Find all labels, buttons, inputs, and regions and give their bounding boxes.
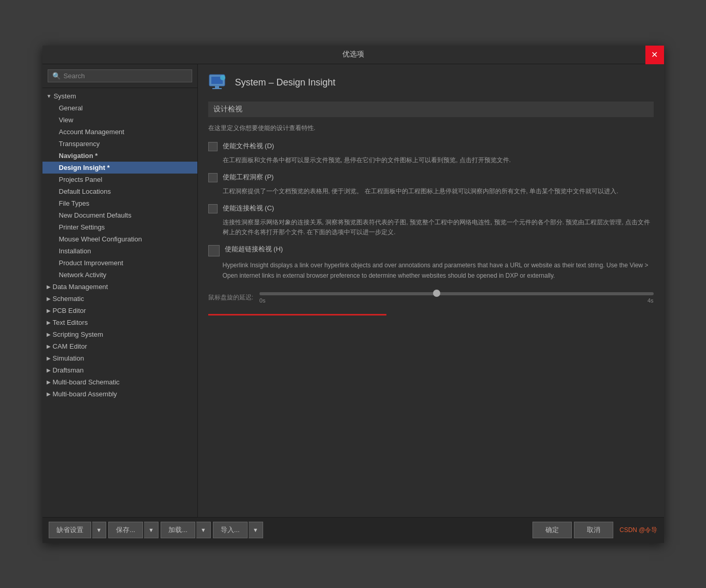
option-hyperlink-insight-checkbox[interactable] bbox=[208, 245, 220, 256]
option-file-preview-desc: 在工程面板和文件条中都可以显示文件预览, 悬停在它们中的文件图标上可以看到预览,… bbox=[223, 155, 654, 165]
sidebar-item-label: Network Activity bbox=[59, 271, 107, 279]
option-hyperlink-insight-label: 使能超链接检视 (H) bbox=[225, 245, 283, 254]
option-connection-insight-checkbox[interactable] bbox=[208, 204, 218, 213]
default-arrow-button[interactable]: ▼ bbox=[92, 522, 107, 538]
sidebar-item-network-activity[interactable]: Network Activity bbox=[42, 269, 197, 281]
sidebar-item-label: Data Management bbox=[53, 283, 108, 291]
sidebar-item-label: File Types bbox=[59, 199, 90, 207]
search-box: 🔍 bbox=[42, 64, 197, 88]
sidebar-item-cam-editor[interactable]: CAM Editor bbox=[42, 340, 197, 352]
bottom-bar: 缺省设置 ▼ 保存... ▼ 加载... ▼ 导入... ▼ 确定 取消 CSD… bbox=[42, 517, 664, 543]
slider-max-label: 4s bbox=[647, 297, 654, 304]
svg-rect-4 bbox=[212, 88, 222, 89]
sidebar-item-system[interactable]: System bbox=[42, 90, 197, 102]
content-area: 🔍 System General View Account Management bbox=[42, 64, 664, 517]
option-project-insight-desc: 工程洞察提供了一个文档预览的表格用, 便于浏览。 在工程面板中的工程图标上悬停就… bbox=[223, 187, 654, 196]
sidebar-item-multi-board-schematic[interactable]: Multi-board Schematic bbox=[42, 376, 197, 388]
option-project-insight-checkbox[interactable] bbox=[208, 173, 218, 182]
system-expand-icon bbox=[47, 93, 52, 99]
page-header: System – Design Insight bbox=[208, 73, 654, 93]
option-project-insight-label: 使能工程洞察 (P) bbox=[223, 173, 274, 182]
sidebar-item-installation[interactable]: Installation bbox=[42, 245, 197, 257]
sidebar-item-pcb-editor[interactable]: PCB Editor bbox=[42, 305, 197, 317]
simulation-expand-icon bbox=[47, 355, 51, 361]
csdn-logo: CSDN @令导 bbox=[619, 526, 658, 535]
save-button[interactable]: 保存... bbox=[108, 522, 143, 538]
slider-track[interactable] bbox=[260, 292, 654, 295]
import-arrow-button[interactable]: ▼ bbox=[249, 522, 263, 538]
sidebar-item-design-insight[interactable]: Design Insight * bbox=[42, 162, 197, 174]
sidebar-item-projects-panel[interactable]: Projects Panel bbox=[42, 174, 197, 185]
save-btn-group: 保存... ▼ bbox=[108, 522, 159, 538]
schematic-expand-icon bbox=[47, 296, 51, 302]
search-input[interactable] bbox=[64, 72, 188, 80]
sidebar-item-label: Default Locations bbox=[59, 188, 111, 195]
option-project-insight-row: 使能工程洞察 (P) bbox=[208, 173, 654, 182]
sidebar-item-general[interactable]: General bbox=[42, 102, 197, 114]
sidebar-item-label: Navigation * bbox=[59, 152, 98, 160]
close-button[interactable]: ✕ bbox=[645, 46, 664, 64]
section-header: 设计检视 bbox=[208, 102, 654, 117]
ok-button[interactable]: 确定 bbox=[532, 522, 572, 538]
sidebar-item-new-document-defaults[interactable]: New Document Defaults bbox=[42, 209, 197, 221]
option-hyperlink-insight-desc: Hyperlink Insight displays a link over h… bbox=[223, 261, 654, 280]
sidebar-item-file-types[interactable]: File Types bbox=[42, 197, 197, 209]
sidebar-item-label: Transparency bbox=[59, 140, 100, 148]
cam-editor-expand-icon bbox=[47, 343, 51, 349]
search-wrap: 🔍 bbox=[48, 69, 192, 82]
sidebar-item-account-management[interactable]: Account Management bbox=[42, 126, 197, 138]
page-title: System – Design Insight bbox=[235, 77, 336, 88]
sidebar-item-label: Multi-board Assembly bbox=[53, 390, 117, 398]
data-management-expand-icon bbox=[47, 284, 51, 290]
cancel-button[interactable]: 取消 bbox=[574, 522, 613, 538]
load-btn-group: 加载... ▼ bbox=[161, 522, 211, 538]
load-arrow-button[interactable]: ▼ bbox=[196, 522, 211, 538]
save-arrow-button[interactable]: ▼ bbox=[144, 522, 159, 538]
tree: System General View Account Management T… bbox=[42, 88, 197, 517]
window-title: 优选项 bbox=[342, 50, 364, 59]
sidebar-item-printer-settings[interactable]: Printer Settings bbox=[42, 221, 197, 233]
sidebar-item-mouse-wheel-config[interactable]: Mouse Wheel Configuration bbox=[42, 233, 197, 245]
sidebar-item-label: View bbox=[59, 116, 74, 124]
scripting-system-expand-icon bbox=[47, 332, 51, 337]
sidebar-item-label: Schematic bbox=[53, 295, 84, 303]
slider-labels: 0s 4s bbox=[260, 297, 654, 304]
sidebar-item-label: New Document Defaults bbox=[59, 211, 132, 219]
option-file-preview-row: 使能文件检视 (D) bbox=[208, 141, 654, 151]
sidebar-item-scripting-system[interactable]: Scripting System bbox=[42, 328, 197, 340]
main-panel: System – Design Insight 设计检视 在这里定义你想要使能的… bbox=[198, 64, 664, 517]
option-file-preview-checkbox[interactable] bbox=[208, 142, 218, 151]
main-window: 优选项 ✕ 🔍 System General bbox=[42, 46, 664, 543]
sidebar-item-transparency[interactable]: Transparency bbox=[42, 138, 197, 150]
option-connection-insight-desc: 连接性洞察显示网络对象的连接关系, 洞察将预览图表符代表的子图, 预览整个工程中… bbox=[223, 218, 654, 237]
red-separator-line bbox=[208, 314, 386, 315]
default-button[interactable]: 缺省设置 bbox=[49, 522, 91, 538]
multi-board-assembly-expand-icon bbox=[47, 391, 51, 397]
sidebar-item-simulation[interactable]: Simulation bbox=[42, 352, 197, 364]
sidebar-item-schematic[interactable]: Schematic bbox=[42, 293, 197, 305]
sidebar-item-navigation[interactable]: Navigation * bbox=[42, 150, 197, 162]
sidebar-item-draftsman[interactable]: Draftsman bbox=[42, 364, 197, 376]
sidebar-item-label: Printer Settings bbox=[59, 223, 105, 231]
svg-rect-3 bbox=[215, 86, 219, 88]
sidebar-item-product-improvement[interactable]: Product Improvement bbox=[42, 257, 197, 269]
slider-label: 鼠标盘旋的延迟: bbox=[208, 293, 253, 302]
slider-thumb[interactable] bbox=[433, 290, 440, 297]
sidebar-item-view[interactable]: View bbox=[42, 114, 197, 126]
sidebar-item-default-locations[interactable]: Default Locations bbox=[42, 185, 197, 197]
sidebar-item-label: Simulation bbox=[53, 354, 84, 362]
option-connection-insight-label: 使能连接检视 (C) bbox=[223, 204, 275, 213]
sidebar-item-label: Draftsman bbox=[53, 366, 84, 374]
import-button[interactable]: 导入... bbox=[213, 522, 248, 538]
default-btn-group: 缺省设置 ▼ bbox=[49, 522, 107, 538]
sidebar-item-multi-board-assembly[interactable]: Multi-board Assembly bbox=[42, 388, 197, 400]
text-editors-expand-icon bbox=[47, 320, 51, 325]
sidebar-item-data-management[interactable]: Data Management bbox=[42, 281, 197, 293]
sidebar-item-text-editors[interactable]: Text Editors bbox=[42, 317, 197, 328]
slider-fill bbox=[260, 292, 437, 295]
sidebar-item-label: Multi-board Schematic bbox=[53, 378, 120, 386]
draftsman-expand-icon bbox=[47, 367, 51, 373]
sidebar-item-label: System bbox=[53, 92, 76, 100]
load-button[interactable]: 加载... bbox=[161, 522, 195, 538]
sidebar-item-label: Projects Panel bbox=[59, 176, 103, 183]
